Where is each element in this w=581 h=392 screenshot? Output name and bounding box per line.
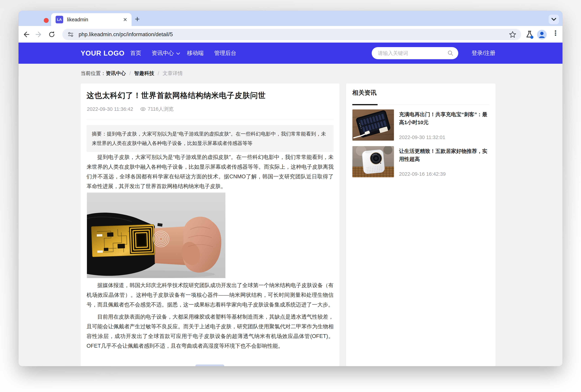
- breadcrumb: 当前位置： 资讯中心 / 智趣科技 / 文章详情: [81, 68, 183, 78]
- breadcrumb-prefix: 当前位置：: [81, 70, 106, 77]
- article-meta: 2022-09-30 11:36:42 7116人浏览: [87, 106, 174, 112]
- related-item-powerbank[interactable]: 充满电再出门！共享充电宝“刺客”：最高1小时10元 2022-09-30 11:…: [352, 110, 489, 140]
- tab-title: likeadmin: [67, 17, 123, 22]
- related-news-title: 相关资讯: [352, 89, 377, 97]
- login-register-link[interactable]: 登录/注册: [472, 42, 495, 64]
- breadcrumb-separator: /: [158, 71, 159, 76]
- related-thumbnail-projector[interactable]: [352, 146, 394, 177]
- article-image-eskin-arm: [87, 192, 225, 278]
- below-fold-element-peek: [195, 364, 224, 366]
- article-card: 这也太科幻了！世界首款网格结构纳米电子皮肤问世 2022-09-30 11:36…: [81, 84, 340, 366]
- views-count: 7116人浏览: [148, 106, 173, 112]
- chevron-down-icon: [176, 52, 180, 55]
- browser-tab[interactable]: LA likeadmin ×: [51, 13, 132, 26]
- forward-icon[interactable]: [35, 30, 43, 38]
- reload-icon[interactable]: [48, 30, 56, 38]
- search-input[interactable]: [378, 50, 447, 56]
- article-paragraph: 据媒体报道，韩国大邱庆北科学技术院研究团队成功开发出了全球第一个纳米结构电子皮肤…: [86, 280, 334, 310]
- eye-icon: [140, 107, 146, 111]
- nav-item-admin[interactable]: 管理后台: [214, 42, 236, 64]
- tab-close-icon[interactable]: ×: [123, 16, 127, 23]
- browser-toolbar: php.likeadmin.cn/pc/information/detail/5…: [18, 26, 563, 42]
- bookmark-star-icon[interactable]: [509, 30, 517, 38]
- related-item-date: 2022-09-30 11:32:01: [399, 134, 445, 140]
- tune-icon[interactable]: [67, 31, 74, 38]
- article-body: 提到电子皮肤，大家可别以为是“电子游戏里的虚拟皮肤”。在一些科幻电影中，我们常常…: [86, 152, 334, 351]
- article-paragraph: 目前用在皮肤表面的电子设备，大都采用橡胶或者塑料等基材制造而来，其缺点是透水透气…: [86, 312, 334, 351]
- site-navbar: YOUR LOGO 首页 资讯中心 移动端 管理后台: [18, 42, 563, 64]
- divider: [86, 119, 334, 119]
- browser-window: LA likeadmin × +: [18, 11, 563, 366]
- url-text[interactable]: php.likeadmin.cn/pc/information/detail/5: [79, 31, 509, 38]
- kebab-menu-icon[interactable]: ⋮: [552, 29, 559, 37]
- profile-avatar[interactable]: [537, 30, 547, 40]
- article-paragraph: 提到电子皮肤，大家可别以为是“电子游戏里的虚拟皮肤”。在一些科幻电影中，我们常常…: [86, 152, 334, 191]
- nav-item-home[interactable]: 首页: [130, 42, 141, 64]
- chevron-down-icon: [551, 18, 557, 21]
- powerbank-image: [352, 110, 394, 140]
- nav-item-news-center[interactable]: 资讯中心: [152, 42, 180, 64]
- experiments-flask-icon[interactable]: [525, 30, 534, 39]
- article-summary: 摘要：提到电子皮肤，大家可别以为是“电子游戏里的虚拟皮肤”。在一些科幻电影中，我…: [86, 125, 334, 152]
- url-bar[interactable]: php.likeadmin.cn/pc/information/detail/5: [62, 29, 521, 40]
- breadcrumb-current: 文章详情: [163, 70, 183, 77]
- breadcrumb-category[interactable]: 智趣科技: [134, 70, 154, 77]
- breadcrumb-separator: /: [129, 71, 131, 76]
- webpage: YOUR LOGO 首页 资讯中心 移动端 管理后台: [18, 42, 563, 366]
- person-icon: [537, 30, 547, 40]
- article-views: 7116人浏览: [140, 106, 173, 112]
- article-title: 这也太科幻了！世界首款网格结构纳米电子皮肤问世: [86, 90, 334, 100]
- article-date: 2022-09-30 11:36:42: [87, 106, 133, 112]
- divider-accent: [352, 104, 378, 105]
- search-box[interactable]: [372, 47, 458, 59]
- related-item-projector[interactable]: 让生活更精致！五款居家好物推荐，实用性超高 2022-09-16 16:42:3…: [352, 146, 489, 177]
- close-window-button[interactable]: [44, 18, 49, 23]
- related-thumbnail-powerbank[interactable]: [352, 110, 394, 140]
- tab-search-button[interactable]: [549, 14, 559, 24]
- site-logo[interactable]: YOUR LOGO: [81, 42, 124, 64]
- related-item-title[interactable]: 让生活更精致！五款居家好物推荐，实用性超高: [399, 147, 489, 163]
- related-item-date: 2022-09-16 16:42:39: [399, 171, 446, 177]
- new-tab-button[interactable]: +: [135, 15, 140, 23]
- tab-strip: LA likeadmin × +: [18, 11, 563, 26]
- desktop: LA likeadmin × +: [0, 0, 581, 392]
- related-news-card: 相关资讯: [346, 84, 496, 366]
- related-item-title[interactable]: 充满电再出门！共享充电宝“刺客”：最高1小时10元: [399, 110, 489, 126]
- nav-item-mobile[interactable]: 移动端: [187, 42, 204, 64]
- back-icon[interactable]: [22, 30, 30, 38]
- search-icon[interactable]: [447, 50, 454, 56]
- breadcrumb-news-center[interactable]: 资讯中心: [106, 70, 126, 77]
- projector-image: [352, 146, 394, 177]
- divider: [352, 104, 489, 105]
- site-favicon: LA: [55, 16, 63, 23]
